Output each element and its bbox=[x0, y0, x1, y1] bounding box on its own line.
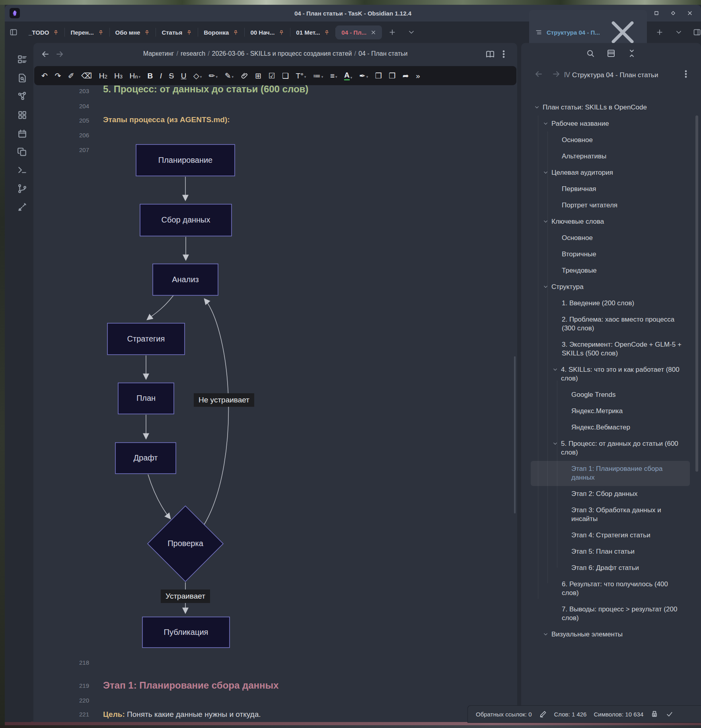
chevron-down-icon[interactable] bbox=[543, 219, 551, 224]
annotate-button[interactable]: ✎▾ bbox=[225, 72, 234, 80]
outline-item[interactable]: Яндекс.Метрика bbox=[531, 403, 690, 420]
breadcrumb-segment[interactable]: Маркетинг bbox=[143, 50, 174, 57]
outline-item[interactable]: 7. Выводы: процесс > результат (200 слов… bbox=[531, 601, 690, 627]
format-brush-button[interactable]: ✐ bbox=[68, 72, 74, 80]
table-button[interactable]: ⊞ bbox=[255, 72, 261, 80]
left-sidebar-toggle-icon[interactable] bbox=[10, 28, 18, 36]
outline-item[interactable]: Визуальные элементы bbox=[531, 627, 690, 643]
reading-view-icon[interactable] bbox=[485, 49, 495, 59]
outline-item[interactable]: Трендовые bbox=[531, 263, 690, 279]
code-block-button[interactable]: ◇▾ bbox=[193, 72, 202, 80]
breadcrumb-segment[interactable]: research bbox=[181, 50, 205, 57]
tab-5[interactable]: Воронка bbox=[198, 25, 244, 39]
right-new-tab-button[interactable] bbox=[656, 28, 664, 36]
more-options-icon[interactable] bbox=[499, 49, 508, 59]
export-button[interactable]: ➦ bbox=[403, 72, 409, 80]
tab-4[interactable]: Статья bbox=[156, 25, 198, 39]
outline-item[interactable]: Основное bbox=[531, 230, 690, 246]
outline-item[interactable]: Структура bbox=[531, 279, 690, 295]
outline-item[interactable]: Целевая аудитория bbox=[531, 165, 690, 181]
duplicate-icon[interactable] bbox=[17, 147, 27, 157]
outline-item[interactable]: Этап 6: Драфт статьи bbox=[531, 560, 690, 576]
chevron-down-icon[interactable] bbox=[543, 284, 551, 290]
collapse-all-icon[interactable] bbox=[627, 49, 637, 58]
outline-item[interactable]: Этап 1: Планирование сбора данных bbox=[531, 461, 690, 486]
outline-item[interactable]: Основное bbox=[531, 132, 690, 148]
right-sidebar-toggle-icon[interactable] bbox=[693, 28, 701, 36]
backlinks-count[interactable]: Обратных ссылок: 0 bbox=[476, 711, 532, 718]
text-style-button[interactable]: T°▾ bbox=[296, 72, 306, 80]
outline-item[interactable]: Этап 4: Стратегия статьи bbox=[531, 527, 690, 544]
printer-icon[interactable] bbox=[650, 710, 658, 718]
outline-item[interactable]: Яндекс.Вебмастер bbox=[531, 420, 690, 436]
strikethrough-button[interactable]: S bbox=[169, 72, 174, 80]
sidebar-scrollbar[interactable] bbox=[695, 115, 698, 472]
outline-item[interactable]: Вторичные bbox=[531, 246, 690, 263]
italic-button[interactable]: I bbox=[160, 72, 162, 80]
attachment-button[interactable] bbox=[241, 72, 248, 80]
outline-item[interactable]: 6. Результат: что получилось (400 слов) bbox=[531, 576, 690, 601]
align-button[interactable]: ≡▾ bbox=[330, 72, 337, 80]
outline-item[interactable]: Первичная bbox=[531, 181, 690, 197]
outline-item[interactable]: Этап 3: Обработка данных и инсайты bbox=[531, 502, 690, 527]
calendar-icon[interactable] bbox=[17, 129, 27, 139]
list-button[interactable]: ≔▾ bbox=[313, 72, 323, 80]
outline-item[interactable]: 4. SKILLs: что это и как работает (800 с… bbox=[531, 362, 690, 387]
outline-item[interactable]: Этап 5: План статьи bbox=[531, 544, 690, 560]
breadcrumb-segment[interactable]: 2026-03-06 - SKILLs и процесс создания с… bbox=[212, 50, 352, 57]
tab-1[interactable]: _TODO bbox=[23, 25, 64, 39]
outline-item[interactable]: Google Trends bbox=[531, 387, 690, 403]
collapse-button[interactable]: ❐ bbox=[389, 72, 395, 80]
expand-button[interactable]: ❒ bbox=[375, 72, 382, 80]
outline-item[interactable]: 5. Процесс: от данных до статьи (600 сло… bbox=[531, 436, 690, 461]
file-search-icon[interactable] bbox=[17, 73, 27, 83]
outline-item[interactable]: Портрет читателя bbox=[531, 197, 690, 214]
files-icon[interactable] bbox=[17, 54, 27, 64]
terminal-icon[interactable] bbox=[17, 165, 27, 175]
tools-icon[interactable] bbox=[17, 202, 27, 212]
character-count[interactable]: Символов: 10 634 bbox=[594, 711, 643, 718]
eraser-button[interactable]: ⌫ bbox=[81, 72, 92, 80]
outline-back-icon[interactable] bbox=[534, 69, 543, 79]
tab-3[interactable]: Обо мне bbox=[110, 25, 156, 39]
h3-button[interactable]: H3 bbox=[114, 72, 123, 80]
outline-item[interactable]: Ключевые слова bbox=[531, 214, 690, 230]
version-control-icon[interactable] bbox=[17, 183, 27, 194]
close-icon[interactable] bbox=[370, 29, 376, 35]
chevron-down-icon[interactable] bbox=[543, 121, 551, 127]
tab-list-dropdown-icon[interactable] bbox=[407, 28, 415, 36]
task-button[interactable]: ☑ bbox=[269, 72, 275, 80]
graph-icon[interactable] bbox=[17, 91, 27, 101]
more-button[interactable]: » bbox=[416, 72, 420, 80]
chevron-down-icon[interactable] bbox=[543, 170, 551, 176]
outline-item[interactable]: 2. Проблема: хаос вместо процесса (300 с… bbox=[531, 312, 690, 337]
comment-button[interactable]: ❏ bbox=[282, 72, 289, 80]
outline-item[interactable]: 1. Введение (200 слов) bbox=[531, 295, 690, 312]
bold-button[interactable]: B bbox=[148, 72, 153, 80]
heading-button[interactable]: Hn▾ bbox=[130, 72, 141, 80]
chevron-down-icon[interactable] bbox=[552, 367, 561, 373]
outline-more-icon[interactable] bbox=[681, 69, 691, 79]
new-tab-button[interactable] bbox=[388, 28, 396, 36]
chevron-down-icon[interactable] bbox=[534, 104, 543, 110]
breadcrumb-segment[interactable]: 04 - План статьи bbox=[358, 50, 407, 57]
tab-2[interactable]: Перен... bbox=[65, 25, 109, 39]
chevron-down-icon[interactable] bbox=[552, 441, 561, 447]
editor-scrollbar[interactable] bbox=[514, 356, 516, 513]
redo-button[interactable]: ↷ bbox=[55, 72, 61, 80]
search-icon[interactable] bbox=[586, 49, 595, 58]
right-tab-dropdown-icon[interactable] bbox=[675, 28, 683, 36]
canvas-icon[interactable] bbox=[17, 110, 27, 120]
outline-item[interactable]: Альтернативы bbox=[531, 148, 690, 165]
expand-panel-icon[interactable] bbox=[606, 49, 616, 58]
tab-6[interactable]: 00 Нач... bbox=[245, 25, 290, 39]
chevron-down-icon[interactable] bbox=[543, 631, 551, 637]
outline-item[interactable]: 3. Эксперимент: OpenCode + GLM-5 + SKILL… bbox=[531, 337, 690, 362]
tab-8[interactable]: 04 - Пл... bbox=[336, 25, 382, 39]
outline-item[interactable]: Рабочее название bbox=[531, 116, 690, 132]
h2-button[interactable]: H2 bbox=[99, 72, 107, 80]
tab-7[interactable]: 01 Мет... bbox=[290, 25, 335, 39]
fill-color-button[interactable]: ✒▾ bbox=[359, 72, 368, 80]
undo-button[interactable]: ↶ bbox=[41, 72, 48, 80]
edit-mode-icon[interactable] bbox=[539, 710, 547, 718]
